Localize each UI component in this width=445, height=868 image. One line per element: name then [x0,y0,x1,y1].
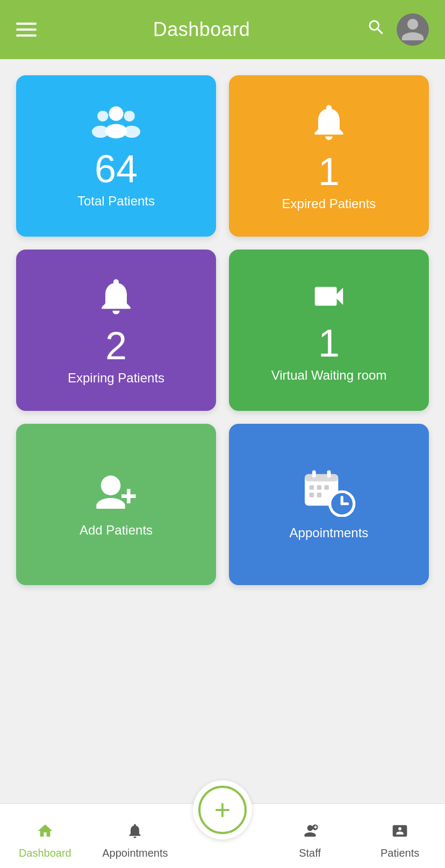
svg-rect-11 [310,485,314,490]
card-grid: 64 Total Patients 1 Expired Patients 2 E… [16,75,429,585]
video-camera-icon [305,278,353,315]
total-patients-card[interactable]: 64 Total Patients [16,75,216,237]
svg-rect-13 [324,485,329,490]
calendar-clock-icon [302,468,356,517]
app-header: Dashboard [0,0,445,59]
svg-rect-14 [310,493,314,497]
total-patients-label: Total Patients [77,194,155,209]
people-icon [92,103,140,141]
search-icon[interactable] [367,18,386,41]
calendar-bell-icon [126,822,143,844]
svg-point-2 [97,111,108,122]
appointments-nav-label: Appointments [102,847,168,859]
page-title: Dashboard [153,18,250,41]
staff-nav-label: Staff [299,847,321,859]
expired-patients-number: 1 [318,152,340,191]
svg-point-4 [124,111,135,122]
nav-item-patients[interactable]: Patients [368,822,432,859]
svg-point-6 [101,475,121,495]
fab-container: + [193,780,252,839]
bell-icon [307,101,350,144]
nav-item-staff[interactable]: Staff [278,822,342,859]
bell-small-icon [95,275,138,318]
svg-point-3 [92,126,109,138]
virtual-waiting-label: Virtual Waiting room [271,368,387,383]
expiring-patients-card[interactable]: 2 Expiring Patients [16,250,216,411]
svg-rect-8 [305,474,338,481]
person-bell-icon [302,822,319,844]
svg-point-5 [124,126,141,138]
virtual-waiting-number: 1 [318,324,340,362]
id-card-icon [391,822,408,844]
add-patients-label: Add Patients [80,523,153,538]
svg-rect-9 [312,470,316,478]
total-patients-number: 64 [95,150,138,188]
appointments-label: Appointments [290,525,369,540]
svg-rect-15 [317,493,322,497]
menu-icon[interactable] [16,23,37,37]
nav-item-appointments[interactable]: Appointments [103,822,167,859]
expired-patients-card[interactable]: 1 Expired Patients [229,75,429,237]
expired-patients-label: Expired Patients [282,196,376,211]
svg-rect-10 [327,470,331,478]
virtual-waiting-room-card[interactable]: 1 Virtual Waiting room [229,250,429,411]
nav-item-dashboard[interactable]: Dashboard [13,822,77,859]
home-icon [37,822,54,844]
patients-nav-label: Patients [381,847,419,859]
bottom-nav: + Dashboard Appointments [0,803,445,868]
expiring-patients-number: 2 [105,326,127,365]
main-content: 64 Total Patients 1 Expired Patients 2 E… [0,59,445,803]
dashboard-nav-label: Dashboard [19,847,71,859]
svg-rect-12 [317,485,322,490]
appointments-card[interactable]: Appointments [229,424,429,585]
user-avatar[interactable] [397,13,429,46]
svg-point-0 [109,106,124,121]
person-add-icon [89,471,143,514]
expiring-patients-label: Expiring Patients [68,371,164,386]
add-patients-card[interactable]: Add Patients [16,424,216,585]
add-fab-button[interactable]: + [198,786,247,834]
